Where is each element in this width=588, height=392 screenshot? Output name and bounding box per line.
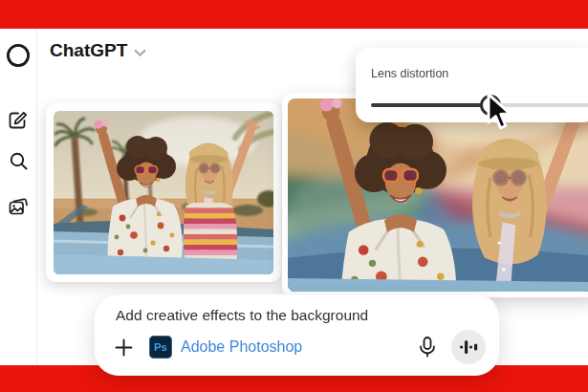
lens-distortion-panel: Lens distortion xyxy=(356,48,588,122)
sidebar xyxy=(0,29,37,365)
mouse-cursor-icon xyxy=(484,92,516,134)
slider-track-fill xyxy=(371,103,490,107)
prompt-text[interactable]: Add creative effects to the background xyxy=(116,307,368,324)
marketing-screenshot: ChatGPT xyxy=(0,0,588,392)
photoshop-badge-icon[interactable]: Ps xyxy=(149,336,172,359)
plus-icon[interactable] xyxy=(114,338,134,358)
library-images-icon[interactable] xyxy=(5,193,32,220)
search-icon[interactable] xyxy=(5,147,32,174)
original-photo xyxy=(54,111,273,274)
original-image-card[interactable] xyxy=(46,103,281,282)
distorted-photo xyxy=(288,98,588,292)
chevron-down-icon xyxy=(134,44,146,61)
new-chat-icon[interactable] xyxy=(5,107,32,134)
voice-mode-button[interactable] xyxy=(451,330,486,364)
top-red-bar xyxy=(0,0,588,29)
photoshop-tool-link[interactable]: Adobe Photoshop xyxy=(181,338,302,356)
composer-toolbar: Ps Adobe Photoshop xyxy=(114,330,486,364)
openai-logo-icon[interactable] xyxy=(5,42,32,69)
lens-distortion-slider[interactable] xyxy=(371,94,588,117)
edited-image-card[interactable] xyxy=(282,93,588,297)
composer[interactable]: Add creative effects to the background P… xyxy=(94,294,500,376)
model-picker[interactable]: ChatGPT xyxy=(50,40,146,61)
lens-distortion-label: Lens distortion xyxy=(371,67,588,80)
app-title: ChatGPT xyxy=(50,40,127,61)
microphone-icon[interactable] xyxy=(417,336,438,359)
